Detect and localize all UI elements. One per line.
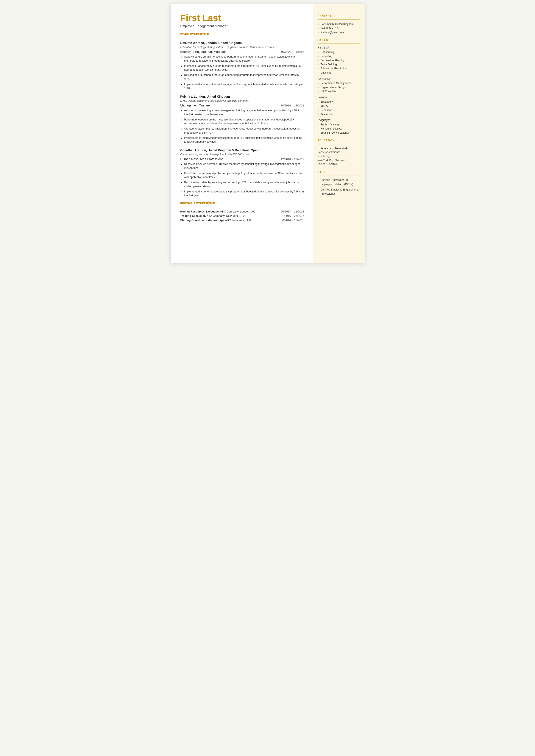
company-desc-2: NYSE-listed recruitment and employer bra… <box>180 99 304 102</box>
skills-header: SKILLS <box>318 39 360 42</box>
job-dates-2: 10/2019 – 12/2021 <box>281 104 304 107</box>
job-row-2: Management Trainee 10/2019 – 12/2021 <box>180 104 304 107</box>
software-4: Weekdone <box>318 112 360 116</box>
contact-email: first.last@gmail.com <box>318 30 360 35</box>
job-block-2: Polyhire, London, United Kingdom NYSE-li… <box>180 95 304 144</box>
edu-degree: Bachelor of Science <box>318 150 360 154</box>
hard-skill-2: Recruiting <box>318 54 360 58</box>
previous-experience-header: PREVIOUS EXPERIENCE <box>180 202 304 205</box>
candidate-title: Employee Engagement Manager <box>180 24 304 28</box>
edu-dates: 10/2011 - 06/2014 <box>318 162 360 167</box>
sidebar: CONTACT Portsmouth, United Kingdom +44 1… <box>313 4 365 263</box>
job-row-3: Human Resources Professional 12/2018 – 0… <box>180 157 304 161</box>
edu-location: New York City, New York <box>318 158 360 162</box>
prev-exp-date-2: 01/2016 – 05/2017 <box>281 214 304 217</box>
hard-skills-label: Hard Skills: <box>318 46 360 49</box>
bullet-2-2: Performed research on the most useful pr… <box>180 118 304 126</box>
languages-list: English (Native) Romanian (Native) Spani… <box>318 123 360 135</box>
technique-3: HR Consulting <box>318 90 360 94</box>
bullet-1-2: Increased transparency around recognizin… <box>180 64 304 72</box>
other-cert-2: Certified Employee Engagement Profession… <box>318 188 360 196</box>
bullet-2-1: Assisted in developing a new management … <box>180 108 304 117</box>
contact-list: Portsmouth, United Kingdom +44 123456789… <box>318 22 360 35</box>
job-block-3: Growthsi, London, United Kingdom & Barce… <box>180 148 304 198</box>
education-header: EDUCATION <box>318 139 360 142</box>
contact-phone: +44 123456789 <box>318 26 360 30</box>
prev-exp-title-1: Human Resources Executive, ABC Company, … <box>180 210 255 213</box>
resume-container: First Last Employee Engagement Manager W… <box>171 4 365 263</box>
software-3: Reflektive <box>318 108 360 112</box>
job-title-2: Management Trainee <box>180 104 210 107</box>
contact-address: Portsmouth, United Kingdom <box>318 22 360 26</box>
prev-exp-title-2: Training Specialist, XYZ Company, New Yo… <box>180 214 245 217</box>
techniques-list: Performance Management Organizational De… <box>318 81 360 94</box>
technique-1: Performance Management <box>318 81 360 85</box>
prev-exp-row-1: Human Resources Executive, ABC Company, … <box>180 210 304 213</box>
bullet-3-3: Recruited top talent by sourcing and scr… <box>180 181 304 188</box>
job-row-1: Employee Engagement Manager 01/2022 – Pr… <box>180 50 304 53</box>
technique-2: Organizational Design <box>318 85 360 90</box>
previous-experience-divider <box>180 207 304 207</box>
job-title-1: Employee Engagement Manager <box>180 50 226 53</box>
techniques-label: Techniques: <box>318 77 360 80</box>
hard-skill-1: Onboarding <box>318 50 360 54</box>
company-header-3: Growthsi, London, United Kingdom & Barce… <box>180 148 304 152</box>
prev-exp-title-3: Staffing Coordinator (Internship), ABC, … <box>180 218 252 222</box>
education-divider <box>318 144 360 144</box>
company-header-1: Resume Worded, London, United Kingdom <box>180 41 304 45</box>
hard-skills-list: Onboarding Recruiting Succession Plannin… <box>318 50 360 75</box>
edu-school: University of New York <box>318 147 360 150</box>
work-experience-divider <box>180 38 304 38</box>
hard-skill-6: Coaching <box>318 71 360 75</box>
job-dates-3: 12/2018 – 09/2019 <box>281 157 304 161</box>
work-experience-header: WORK EXPERIENCE <box>180 33 304 36</box>
bullet-2-3: Created an action plan to implement impr… <box>180 127 304 135</box>
bullet-2-4: Participated in improving processes thro… <box>180 136 304 144</box>
language-2: Romanian (Native) <box>318 127 360 131</box>
job-title-3: Human Resources Professional <box>180 157 224 161</box>
prev-exp-row-2: Training Specialist, XYZ Company, New Yo… <box>180 214 304 217</box>
prev-exp-date-3: 06/2014 – 12/2015 <box>281 218 304 222</box>
software-list: Engagedly 15Five Reflektive Weekdone <box>318 100 360 116</box>
bullet-1-3: Devised and launched a thorough onboardi… <box>180 73 304 81</box>
bullet-list-3: Resolved disputes between 28+ staff memb… <box>180 162 304 198</box>
company-desc-3: Career training and membership SaaS with… <box>180 153 304 156</box>
other-header: OTHER <box>318 170 360 174</box>
hard-skill-4: Team Building <box>318 63 360 67</box>
bullet-list-2: Assisted in developing a new management … <box>180 108 304 144</box>
software-2: 15Five <box>318 104 360 108</box>
language-3: Spanish (Conversational) <box>318 131 360 135</box>
prev-exp-date-1: 06/2017 – 11/2018 <box>281 210 304 213</box>
company-name-2: Polyhire, London, United Kingdom <box>180 95 230 98</box>
other-cert-1: Certified Professional in Employee Relat… <box>318 178 360 186</box>
job-block-1: Resume Worded, London, United Kingdom Ed… <box>180 41 304 90</box>
skills-divider <box>318 43 360 43</box>
contact-divider <box>318 19 360 20</box>
job-dates-1: 01/2022 – Present <box>281 50 304 53</box>
company-name-1: Resume Worded, London, United Kingdom <box>180 41 242 44</box>
bullet-3-1: Resolved disputes between 28+ staff memb… <box>180 162 304 170</box>
bullet-1-4: Implemented an innovative staff engageme… <box>180 82 304 91</box>
language-1: English (Native) <box>318 123 360 127</box>
edu-field: Psychology <box>318 154 360 158</box>
bullet-3-4: Implemented a performance appraisal prog… <box>180 190 304 198</box>
company-header-2: Polyhire, London, United Kingdom <box>180 95 304 98</box>
other-divider <box>318 175 360 176</box>
hard-skill-3: Succession Planning <box>318 58 360 63</box>
bullet-1-1: Supervised the creation of a unique perf… <box>180 55 304 63</box>
main-content: First Last Employee Engagement Manager W… <box>171 4 313 263</box>
bullet-3-2: Conducted departmental probes on probabl… <box>180 171 304 180</box>
contact-header: CONTACT <box>318 14 360 18</box>
software-label: Software: <box>318 96 360 99</box>
languages-label: Languages: <box>318 119 360 122</box>
company-name-3: Growthsi, London, United Kingdom & Barce… <box>180 149 259 152</box>
software-1: Engagedly <box>318 100 360 104</box>
hard-skill-5: Grievances Resolution <box>318 67 360 71</box>
prev-exp-row-3: Staffing Coordinator (Internship), ABC, … <box>180 218 304 222</box>
company-desc-1: Education technology startup with 50+ em… <box>180 46 304 49</box>
candidate-name: First Last <box>180 13 304 23</box>
bullet-list-1: Supervised the creation of a unique perf… <box>180 55 304 90</box>
